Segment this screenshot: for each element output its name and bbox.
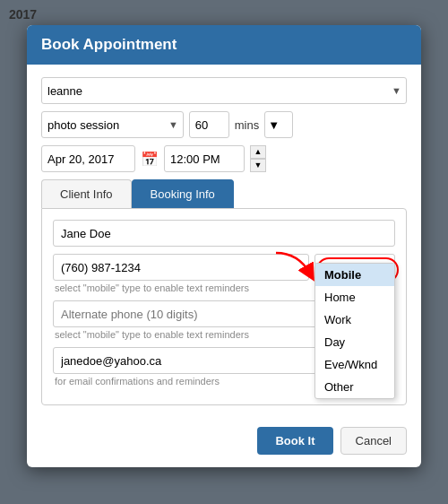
time-increment-button[interactable]: ▲ bbox=[250, 145, 266, 159]
cancel-button[interactable]: Cancel bbox=[340, 427, 407, 455]
tab-booking-info[interactable]: Booking Info bbox=[132, 179, 234, 208]
dropdown-item-mobile[interactable]: Mobile bbox=[315, 264, 394, 286]
service-select-wrapper: photo session ▼ bbox=[41, 111, 184, 138]
practitioner-select[interactable]: leanne bbox=[41, 77, 407, 104]
book-it-button[interactable]: Book It bbox=[257, 427, 332, 455]
book-appointment-modal: Book Appointment leanne ▼ photo session … bbox=[27, 25, 421, 467]
service-row: photo session ▼ mins ▼ bbox=[41, 111, 407, 138]
phone-type-dropdown: Mobile Home Work Day Eve/Wknd Other bbox=[314, 263, 395, 399]
practitioner-row: leanne ▼ bbox=[41, 77, 407, 104]
modal-footer: Book It Cancel bbox=[27, 418, 421, 467]
modal-overlay: Book Appointment leanne ▼ photo session … bbox=[0, 0, 448, 504]
datetime-row: 📅 ▲ ▼ bbox=[41, 145, 407, 172]
practitioner-select-wrapper: leanne ▼ bbox=[41, 77, 407, 104]
dropdown-item-home[interactable]: Home bbox=[315, 286, 394, 308]
dropdown-item-other[interactable]: Other bbox=[315, 376, 394, 398]
time-decrement-button[interactable]: ▼ bbox=[250, 159, 266, 172]
modal-title: Book Appointment bbox=[27, 25, 421, 65]
duration-unit-select[interactable]: ▼ bbox=[264, 111, 293, 138]
tab-client-info[interactable]: Client Info bbox=[41, 179, 132, 208]
tab-content: Type Mobile Home Work Day Eve/Wknd Other… bbox=[41, 208, 407, 405]
mins-label: mins bbox=[235, 118, 259, 132]
duration-unit-wrapper: ▼ bbox=[264, 111, 407, 138]
dropdown-item-evewknd[interactable]: Eve/Wknd bbox=[315, 353, 394, 376]
phone-input[interactable] bbox=[53, 254, 309, 281]
client-name-input[interactable] bbox=[53, 220, 395, 247]
time-stepper: ▲ ▼ bbox=[250, 145, 266, 172]
tab-bar: Client Info Booking Info bbox=[41, 179, 407, 208]
service-select[interactable]: photo session bbox=[41, 111, 184, 138]
dropdown-item-day[interactable]: Day bbox=[315, 331, 394, 353]
date-input[interactable] bbox=[41, 145, 135, 172]
dropdown-item-work[interactable]: Work bbox=[315, 308, 394, 331]
duration-input[interactable] bbox=[189, 111, 229, 138]
time-input[interactable] bbox=[164, 145, 245, 172]
modal-body: leanne ▼ photo session ▼ mins ▼ bbox=[27, 65, 421, 418]
calendar-icon[interactable]: 📅 bbox=[141, 151, 159, 168]
